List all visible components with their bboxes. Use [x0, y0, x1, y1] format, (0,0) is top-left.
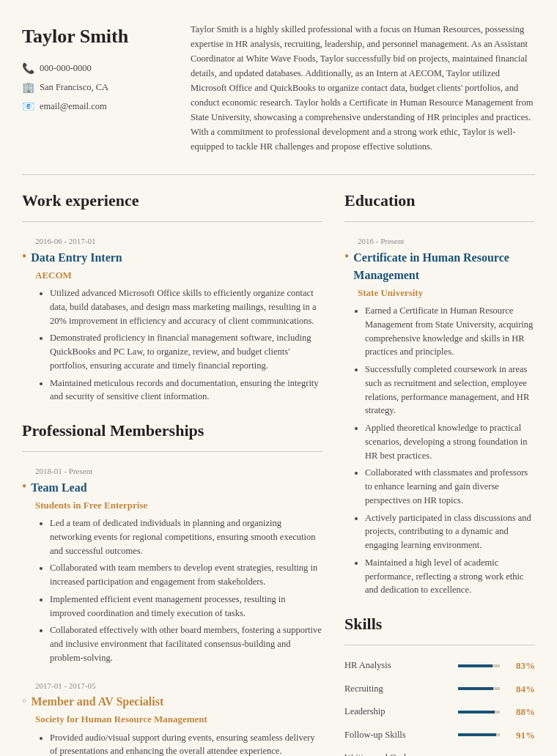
- membership-entry-0-bullet: •: [22, 479, 26, 495]
- skill-label: HR Analysis: [344, 659, 451, 672]
- phone-icon: 📞: [22, 61, 34, 76]
- contact-phone: 📞 000-000-0000: [22, 61, 169, 76]
- membership-entry-0-bullets: Led a team of dedicated individuals in p…: [43, 516, 322, 665]
- header: Taylor Smith 📞 000-000-0000 🏢 San Franci…: [22, 22, 535, 154]
- list-item: Implemented efficient event management p…: [50, 593, 322, 620]
- list-item: Led a team of dedicated individuals in p…: [50, 516, 322, 557]
- memberships-divider: [22, 451, 322, 452]
- education-section: Education 2016 - Present • Certificate i…: [344, 188, 535, 597]
- list-item: Collaborated effectively with other boar…: [50, 623, 322, 664]
- skill-bar-container: [458, 711, 500, 714]
- memberships-section: Professional Memberships 2018-01 - Prese…: [22, 418, 322, 756]
- work-divider: [22, 221, 322, 222]
- education-entry-0-bullet: •: [344, 249, 349, 265]
- skill-bar-fill: [458, 687, 493, 690]
- membership-entry-1-org: Society for Human Resource Management: [35, 712, 322, 727]
- skills-section: Skills HR Analysis83%Recruiting84%Leader…: [344, 612, 535, 756]
- list-item: Collaborated with team members to develo…: [50, 561, 322, 589]
- skills-title: Skills: [344, 612, 535, 636]
- education-entry-0-title-row: • Certificate in Human Resource Manageme…: [344, 249, 535, 284]
- membership-entry-1: 2017-01 - 2017-05 ◦ Member and AV Specia…: [22, 680, 322, 757]
- work-experience-section: Work experience 2016-06 - 2017-01 • Data…: [22, 188, 322, 404]
- list-item: Utilized advanced Microsoft Office skill…: [50, 286, 322, 327]
- candidate-name: Taylor Smith: [22, 22, 169, 51]
- skill-percentage: 91%: [507, 728, 535, 743]
- skill-label: Recruiting: [344, 682, 451, 696]
- education-entry-0-title: Certificate in Human Resource Management: [353, 249, 535, 284]
- skill-bar-fill: [458, 733, 496, 736]
- skill-bar-fill: [458, 664, 493, 667]
- education-entry-0-date: 2016 - Present: [358, 235, 535, 248]
- skill-row: Recruiting84%: [344, 682, 535, 697]
- location-value: San Francisco, CA: [40, 81, 108, 94]
- skill-row: HR Analysis83%: [344, 659, 535, 673]
- education-entry-0: 2016 - Present • Certificate in Human Re…: [344, 235, 535, 597]
- phone-value: 000-000-0000: [40, 62, 92, 75]
- education-divider: [344, 221, 535, 222]
- skill-row: Written and Oral Communication97%: [344, 751, 535, 756]
- list-item: Provided audio/visual support during eve…: [50, 731, 322, 757]
- skill-bar-fill: [458, 711, 495, 714]
- work-entry-0-org: AECOM: [35, 268, 322, 283]
- skill-row: Leadership88%: [344, 705, 535, 719]
- education-title: Education: [344, 188, 535, 212]
- membership-entry-1-title-row: ◦ Member and AV Specialist: [22, 693, 322, 711]
- work-entry-0-date: 2016-06 - 2017-01: [35, 235, 322, 248]
- work-entry-0: 2016-06 - 2017-01 • Data Entry Intern AE…: [22, 235, 322, 404]
- skills-list: HR Analysis83%Recruiting84%Leadership88%…: [344, 659, 535, 756]
- left-column: Work experience 2016-06 - 2017-01 • Data…: [22, 188, 322, 756]
- membership-entry-1-bullet: ◦: [22, 693, 26, 709]
- email-value: email@email.com: [40, 100, 107, 114]
- work-experience-title: Work experience: [22, 188, 322, 212]
- list-item: Successfully completed coursework in are…: [365, 363, 535, 418]
- work-entry-0-bullets: Utilized advanced Microsoft Office skill…: [43, 286, 322, 404]
- skills-divider: [344, 645, 535, 645]
- location-icon: 🏢: [22, 80, 34, 95]
- list-item: Maintained meticulous records and docume…: [50, 377, 322, 404]
- list-item: Applied theoretical knowledge to practic…: [365, 421, 535, 462]
- education-entry-0-bullets: Earned a Certificate in Human Resource M…: [358, 304, 535, 597]
- skill-label: Written and Oral Communication: [344, 751, 451, 756]
- membership-entry-0-title-row: • Team Lead: [22, 479, 322, 497]
- list-item: Earned a Certificate in Human Resource M…: [365, 304, 535, 359]
- skill-bar-container: [458, 687, 500, 690]
- main-body: Work experience 2016-06 - 2017-01 • Data…: [22, 188, 535, 756]
- list-item: Demonstrated proficiency in financial ma…: [50, 331, 322, 372]
- list-item: Maintained a high level of academic perf…: [365, 556, 535, 597]
- right-column: Education 2016 - Present • Certificate i…: [344, 188, 535, 756]
- membership-entry-1-bullets: Provided audio/visual support during eve…: [43, 731, 322, 757]
- contact-location: 🏢 San Francisco, CA: [22, 80, 169, 95]
- membership-entry-1-date: 2017-01 - 2017-05: [35, 680, 322, 692]
- header-summary: Taylor Smith is a highly skilled profess…: [191, 22, 535, 154]
- contact-email: 📧 email@email.com: [22, 99, 169, 114]
- header-divider: [22, 174, 535, 175]
- membership-entry-0-title: Team Lead: [31, 479, 86, 497]
- skill-percentage: 84%: [507, 682, 535, 697]
- list-item: Actively participated in class discussio…: [365, 511, 535, 552]
- education-entry-0-org: State University: [358, 286, 535, 300]
- work-entry-0-title-row: • Data Entry Intern: [22, 249, 322, 267]
- work-entry-0-bullet: •: [22, 249, 26, 265]
- skill-label: Leadership: [344, 705, 451, 719]
- memberships-title: Professional Memberships: [22, 418, 322, 442]
- membership-entry-1-title: Member and AV Specialist: [31, 693, 163, 711]
- email-icon: 📧: [22, 99, 34, 114]
- skill-percentage: 88%: [507, 705, 535, 719]
- header-left: Taylor Smith 📞 000-000-0000 🏢 San Franci…: [22, 22, 169, 154]
- skill-bar-container: [458, 733, 500, 736]
- list-item: Collaborated with classmates and profess…: [365, 466, 535, 507]
- skill-label: Follow-up Skills: [344, 728, 451, 742]
- skill-row: Follow-up Skills91%: [344, 728, 535, 743]
- skill-percentage: 83%: [507, 659, 535, 673]
- work-entry-0-title: Data Entry Intern: [31, 249, 122, 267]
- skill-bar-container: [458, 664, 500, 667]
- membership-entry-0: 2018-01 - Present • Team Lead Students i…: [22, 465, 322, 665]
- resume-container: Taylor Smith 📞 000-000-0000 🏢 San Franci…: [0, 0, 557, 756]
- membership-entry-0-org: Students in Free Enterprise: [35, 498, 322, 513]
- membership-entry-0-date: 2018-01 - Present: [35, 465, 322, 478]
